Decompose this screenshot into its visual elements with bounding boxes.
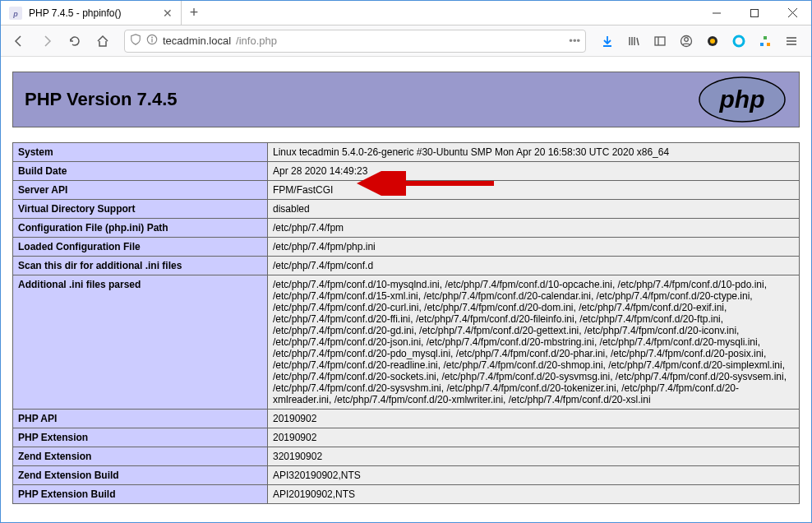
row-val: Apr 28 2020 14:49:23	[268, 162, 800, 181]
row-val: /etc/php/7.4/fpm	[268, 219, 800, 238]
window-controls	[698, 1, 811, 25]
svg-text:p: p	[12, 10, 18, 18]
row-val: /etc/php/7.4/fpm/conf.d/10-mysqlnd.ini, …	[268, 275, 800, 410]
row-val: /etc/php/7.4/fpm/php.ini	[268, 238, 800, 257]
row-key: Configuration File (php.ini) Path	[13, 219, 268, 238]
table-row: PHP Extension BuildAPI20190902,NTS	[13, 485, 800, 504]
svg-point-7	[151, 37, 153, 39]
row-key: Additional .ini files parsed	[13, 275, 268, 410]
page-content[interactable]: PHP Version 7.4.5 php SystemLinux tecadm…	[1, 57, 811, 522]
back-button[interactable]	[7, 30, 30, 53]
downloads-button[interactable]	[596, 30, 619, 53]
home-button[interactable]	[91, 30, 114, 53]
row-val: disabled	[268, 200, 800, 219]
table-row: Loaded Configuration File/etc/php/7.4/fp…	[13, 238, 800, 257]
row-key: Zend Extension	[13, 447, 268, 466]
browser-titlebar: p PHP 7.4.5 - phpinfo() ✕ +	[1, 1, 811, 25]
row-key: Loaded Configuration File	[13, 238, 268, 257]
browser-toolbar: tecadmin.local/info.php •••	[1, 25, 811, 57]
browser-tab[interactable]: p PHP 7.4.5 - phpinfo() ✕	[1, 1, 182, 25]
page-title: PHP Version 7.4.5	[25, 89, 177, 110]
maximize-button[interactable]	[736, 1, 773, 25]
table-row: Additional .ini files parsed/etc/php/7.4…	[13, 275, 800, 410]
svg-rect-3	[751, 9, 759, 16]
row-val: FPM/FastCGI	[268, 181, 800, 200]
annotation-arrow	[354, 171, 502, 196]
row-val: Linux tecadmin 5.4.0-26-generic #30-Ubun…	[268, 143, 800, 162]
table-row: Scan this dir for additional .ini files/…	[13, 257, 800, 275]
tab-title: PHP 7.4.5 - phpinfo()	[29, 7, 156, 19]
row-key: Server API	[13, 181, 268, 200]
info-icon[interactable]	[146, 34, 158, 48]
account-button[interactable]	[675, 30, 698, 53]
svg-rect-8	[151, 39, 152, 42]
row-key: System	[13, 143, 268, 162]
reload-button[interactable]	[63, 30, 86, 53]
extension-1-icon[interactable]	[701, 30, 724, 53]
minimize-button[interactable]	[698, 1, 736, 25]
svg-rect-16	[764, 36, 767, 39]
row-key: Zend Extension Build	[13, 466, 268, 485]
svg-text:php: php	[719, 86, 765, 113]
table-row: Zend Extension BuildAPI320190902,NTS	[13, 466, 800, 485]
sidebar-button[interactable]	[648, 30, 671, 53]
row-val: API20190902,NTS	[268, 485, 800, 504]
shield-icon[interactable]	[130, 34, 141, 48]
forward-button[interactable]	[35, 30, 58, 53]
row-key: Scan this dir for additional .ini files	[13, 257, 268, 275]
svg-point-14	[710, 39, 715, 44]
table-row: PHP Extension20190902	[13, 428, 800, 447]
row-val: /etc/php/7.4/fpm/conf.d	[268, 257, 800, 275]
extension-3-icon[interactable]	[754, 30, 777, 53]
table-row: Zend Extension320190902	[13, 447, 800, 466]
row-val: 20190902	[268, 428, 800, 447]
row-val: 320190902	[268, 447, 800, 466]
row-key: Virtual Directory Support	[13, 200, 268, 219]
table-row: Virtual Directory Supportdisabled	[13, 200, 800, 219]
extension-2-icon[interactable]	[727, 30, 750, 53]
svg-rect-9	[655, 37, 665, 45]
new-tab-button[interactable]: +	[182, 1, 206, 25]
phpinfo-header: PHP Version 7.4.5 php	[12, 72, 800, 127]
svg-point-12	[685, 37, 689, 41]
url-host: tecadmin.local	[163, 35, 231, 47]
url-bar[interactable]: tecadmin.local/info.php •••	[124, 30, 586, 53]
library-button[interactable]	[622, 30, 645, 53]
tab-favicon: p	[9, 7, 22, 20]
row-key: PHP Extension Build	[13, 485, 268, 504]
window-close-button[interactable]	[773, 1, 811, 25]
row-key: Build Date	[13, 162, 268, 181]
page-actions-icon[interactable]: •••	[569, 35, 580, 47]
close-tab-icon[interactable]: ✕	[163, 7, 173, 20]
svg-point-15	[734, 36, 744, 46]
table-row: SystemLinux tecadmin 5.4.0-26-generic #3…	[13, 143, 800, 162]
svg-rect-18	[767, 43, 770, 46]
table-row: PHP API20190902	[13, 410, 800, 428]
svg-rect-17	[760, 43, 764, 46]
row-val: 20190902	[268, 410, 800, 428]
phpinfo-table: SystemLinux tecadmin 5.4.0-26-generic #3…	[12, 142, 800, 504]
row-key: PHP Extension	[13, 428, 268, 447]
php-logo: php	[697, 76, 787, 123]
row-val: API320190902,NTS	[268, 466, 800, 485]
row-key: PHP API	[13, 410, 268, 428]
app-menu-button[interactable]	[780, 30, 803, 53]
table-row: Configuration File (php.ini) Path/etc/ph…	[13, 219, 800, 238]
url-path: /info.php	[236, 35, 277, 47]
